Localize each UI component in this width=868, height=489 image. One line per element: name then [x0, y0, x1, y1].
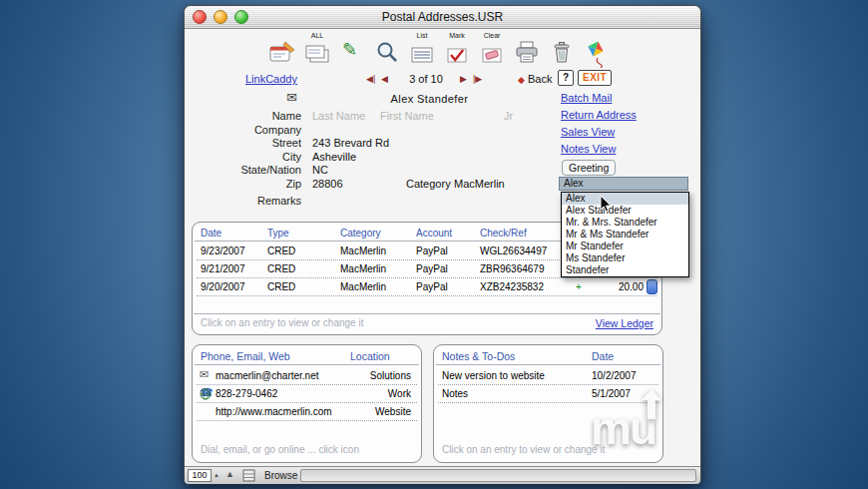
linkcaddy-link[interactable]: LinkCaddy [245, 73, 297, 85]
find-icon[interactable] [373, 32, 401, 68]
ledger-cell[interactable]: ZBR96364679 [480, 263, 545, 274]
last-name-field[interactable]: Last Name [312, 110, 365, 122]
zoom-percentage[interactable]: 100 [188, 469, 212, 482]
window-content: ALL ✎ [185, 29, 700, 484]
first-name-field[interactable]: First Name [380, 110, 434, 122]
greeting-option[interactable]: Mr. & Mrs. Standefer [562, 217, 688, 229]
greeting-option[interactable]: Alex Standefer [562, 205, 688, 217]
ledger-cell[interactable]: CRED [267, 281, 295, 292]
divider [197, 384, 417, 385]
batch-mail-link[interactable]: Batch Mail [561, 92, 612, 104]
greeting-menu: Alex Alex Standefer Mr. & Mrs. Standefer… [561, 192, 689, 277]
app-window: Postal Addresses.USR ALL [184, 5, 701, 484]
ledger-cell[interactable]: XZB24235832 [480, 281, 544, 292]
last-record-button[interactable]: |▶ [473, 74, 482, 84]
contacts-hint: Dial, email, or go online ... click icon [201, 444, 359, 455]
notes-header: Notes & To-Dos [442, 350, 515, 362]
divider [197, 295, 657, 296]
mark-records-icon[interactable]: Mark [443, 32, 471, 68]
close-button[interactable] [193, 10, 207, 24]
contacts-panel: Phone, Email, Web Location ✉ macmerlin@c… [192, 344, 422, 463]
contact-value[interactable]: 828-279-0462 [216, 388, 277, 399]
trash-icon[interactable] [548, 32, 576, 68]
kite-icon[interactable] [583, 32, 611, 68]
state-label: State/Nation [202, 164, 301, 176]
category-label[interactable]: Category [406, 178, 451, 190]
zip-field[interactable]: 28806 [312, 178, 343, 190]
ledger-cell[interactable]: 9/20/2007 [201, 281, 245, 292]
ledger-cell[interactable]: WGL26634497 [480, 245, 547, 256]
back-button[interactable]: ◆ Back [518, 73, 552, 85]
email-icon[interactable]: ✉ [200, 368, 209, 381]
zoom-in-icon[interactable]: ▲ [225, 469, 234, 479]
desktop-background: Postal Addresses.USR ALL [0, 0, 868, 489]
notes-hint: Click on an entry to view or change it [442, 444, 605, 455]
city-field[interactable]: Asheville [312, 151, 356, 163]
ledger-cell[interactable]: MacMerlin [340, 281, 386, 292]
all-records-icon[interactable]: ALL [303, 32, 331, 68]
window-controls [193, 10, 248, 24]
next-record-button[interactable]: ▶ [460, 74, 467, 84]
state-field[interactable]: NC [312, 164, 328, 176]
contact-value[interactable]: http://www.macmerlin.com [216, 406, 332, 417]
view-ledger-link[interactable]: View Ledger [596, 317, 653, 329]
note-title[interactable]: Notes [442, 388, 468, 399]
ledger-cell[interactable]: CRED [267, 263, 295, 274]
back-label: Back [528, 73, 552, 85]
ledger-cell[interactable]: MacMerlin [340, 263, 386, 274]
ledger-scrollbar-thumb[interactable] [647, 279, 657, 294]
mode-popup[interactable]: Browse [264, 469, 297, 482]
notes-view-link[interactable]: Notes View [561, 143, 616, 155]
ledger-cell[interactable]: PayPal [416, 281, 448, 292]
divider [438, 402, 658, 403]
help-button[interactable]: ? [558, 70, 574, 86]
greeting-label[interactable]: Greeting [562, 160, 616, 176]
jr-field[interactable]: Jr [504, 110, 513, 122]
mail-icon[interactable]: ✉ [286, 90, 297, 105]
notes-date-header: Date [592, 350, 614, 362]
ledger-cell[interactable]: CRED [267, 245, 295, 256]
category-field[interactable]: MacMerlin [454, 178, 505, 190]
minimize-button[interactable] [214, 10, 227, 24]
list-view-icon[interactable]: List [408, 32, 436, 68]
ledger-cell[interactable]: 9/23/2007 [201, 245, 245, 256]
window-titlebar[interactable]: Postal Addresses.USR [185, 6, 700, 29]
first-record-button[interactable]: ◀| [366, 74, 375, 84]
return-address-link[interactable]: Return Address [561, 109, 637, 121]
ledger-amount[interactable]: 20.00 [619, 281, 644, 292]
status-area-toggle-icon[interactable] [242, 469, 255, 482]
contact-value[interactable]: macmerlin@charter.net [216, 370, 319, 381]
globe-icon[interactable] [200, 388, 212, 400]
note-title[interactable]: New version to website [442, 370, 545, 381]
toolbar: ALL ✎ [268, 32, 611, 68]
greeting-option[interactable]: Mr & Ms Standefer [562, 229, 688, 241]
ledger-cell[interactable]: PayPal [416, 245, 448, 256]
remarks-label: Remarks [202, 195, 301, 207]
greeting-option[interactable]: Alex [562, 193, 688, 205]
zoom-out-icon[interactable]: ▲ [214, 472, 219, 478]
addresses-icon[interactable] [268, 32, 296, 68]
divider [438, 384, 658, 385]
sales-view-link[interactable]: Sales View [561, 126, 615, 138]
divider [197, 277, 657, 278]
exit-button[interactable]: EXIT [578, 70, 612, 86]
ledger-cell[interactable]: MacMerlin [340, 245, 386, 256]
greeting-select[interactable]: Alex [559, 177, 688, 191]
ledger-col-date: Date [201, 228, 221, 239]
ledger-cell[interactable]: 9/21/2007 [201, 263, 245, 274]
greeting-option[interactable]: Standefer [562, 264, 688, 276]
divider [197, 402, 417, 403]
edit-pen-icon[interactable]: ✎ [338, 32, 366, 68]
notes-panel: Notes & To-Dos Date New version to websi… [433, 344, 663, 463]
record-position: 3 of 10 [396, 73, 456, 85]
street-field[interactable]: 243 Brevard Rd [312, 137, 389, 149]
ledger-cell[interactable]: PayPal [416, 263, 448, 274]
zoom-window-button[interactable] [234, 10, 248, 24]
greeting-option[interactable]: Ms Standefer [562, 252, 688, 264]
greeting-option[interactable]: Mr Standefer [562, 241, 688, 252]
print-icon[interactable] [513, 32, 541, 68]
horizontal-scrollbar[interactable] [300, 469, 696, 482]
previous-record-button[interactable]: ◀ [381, 74, 388, 84]
record-display-name: Alex Standefer [332, 93, 527, 105]
clear-marks-icon[interactable]: Clear [478, 32, 506, 68]
